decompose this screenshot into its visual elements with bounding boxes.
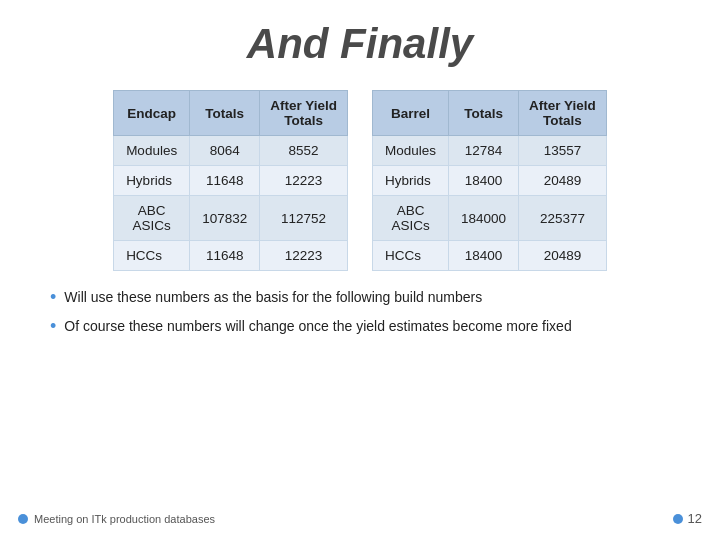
footer: Meeting on ITk production databases 12 bbox=[0, 511, 720, 526]
table-row: HCCs 11648 12223 bbox=[114, 241, 348, 271]
barrel-row-2-label: Hybrids bbox=[373, 166, 449, 196]
footer-page: 12 bbox=[688, 511, 702, 526]
barrel-row-3-after: 225377 bbox=[519, 196, 607, 241]
endcap-row-4-totals: 11648 bbox=[190, 241, 260, 271]
tables-row: Endcap Totals After YieldTotals Modules … bbox=[40, 90, 680, 271]
endcap-after-yield-header: After YieldTotals bbox=[260, 91, 348, 136]
barrel-row-4-totals: 18400 bbox=[449, 241, 519, 271]
barrel-row-2-after: 20489 bbox=[519, 166, 607, 196]
endcap-row-4-after: 12223 bbox=[260, 241, 348, 271]
bullet-dot-2: • bbox=[50, 316, 56, 337]
barrel-row-4-after: 20489 bbox=[519, 241, 607, 271]
footer-page-dot-icon bbox=[673, 514, 683, 524]
endcap-row-2-label: Hybrids bbox=[114, 166, 190, 196]
barrel-after-yield-header: After YieldTotals bbox=[519, 91, 607, 136]
barrel-row-2-totals: 18400 bbox=[449, 166, 519, 196]
endcap-row-1-label: Modules bbox=[114, 136, 190, 166]
endcap-row-2-totals: 11648 bbox=[190, 166, 260, 196]
bullet-item-2: • Of course these numbers will change on… bbox=[50, 318, 680, 337]
barrel-row-1-totals: 12784 bbox=[449, 136, 519, 166]
footer-right: 12 bbox=[673, 511, 702, 526]
table-row: HCCs 18400 20489 bbox=[373, 241, 607, 271]
bullet-text-2: Of course these numbers will change once… bbox=[64, 318, 571, 334]
footer-left: Meeting on ITk production databases bbox=[18, 513, 215, 525]
endcap-row-3-totals: 107832 bbox=[190, 196, 260, 241]
slide: And Finally Endcap Totals After YieldTot… bbox=[0, 0, 720, 540]
table-row: Modules 12784 13557 bbox=[373, 136, 607, 166]
barrel-col-header: Barrel bbox=[373, 91, 449, 136]
endcap-col-header: Endcap bbox=[114, 91, 190, 136]
barrel-totals-header: Totals bbox=[449, 91, 519, 136]
table-row: ABCASICs 107832 112752 bbox=[114, 196, 348, 241]
bullet-list: • Will use these numbers as the basis fo… bbox=[40, 289, 680, 337]
slide-title: And Finally bbox=[40, 20, 680, 68]
endcap-row-3-label: ABCASICs bbox=[114, 196, 190, 241]
table-row: Modules 8064 8552 bbox=[114, 136, 348, 166]
barrel-row-1-after: 13557 bbox=[519, 136, 607, 166]
endcap-row-4-label: HCCs bbox=[114, 241, 190, 271]
footer-label: Meeting on ITk production databases bbox=[34, 513, 215, 525]
barrel-table: Barrel Totals After YieldTotals Modules … bbox=[372, 90, 607, 271]
endcap-totals-header: Totals bbox=[190, 91, 260, 136]
barrel-row-4-label: HCCs bbox=[373, 241, 449, 271]
bullet-text-1: Will use these numbers as the basis for … bbox=[64, 289, 482, 305]
table-row: Hybrids 11648 12223 bbox=[114, 166, 348, 196]
barrel-row-1-label: Modules bbox=[373, 136, 449, 166]
table-row: Hybrids 18400 20489 bbox=[373, 166, 607, 196]
endcap-row-2-after: 12223 bbox=[260, 166, 348, 196]
barrel-row-3-totals: 184000 bbox=[449, 196, 519, 241]
endcap-row-3-after: 112752 bbox=[260, 196, 348, 241]
endcap-row-1-totals: 8064 bbox=[190, 136, 260, 166]
endcap-row-1-after: 8552 bbox=[260, 136, 348, 166]
footer-dot-icon bbox=[18, 514, 28, 524]
bullet-dot-1: • bbox=[50, 287, 56, 308]
barrel-row-3-label: ABCASICs bbox=[373, 196, 449, 241]
bullet-item-1: • Will use these numbers as the basis fo… bbox=[50, 289, 680, 308]
table-row: ABCASICs 184000 225377 bbox=[373, 196, 607, 241]
endcap-table: Endcap Totals After YieldTotals Modules … bbox=[113, 90, 348, 271]
